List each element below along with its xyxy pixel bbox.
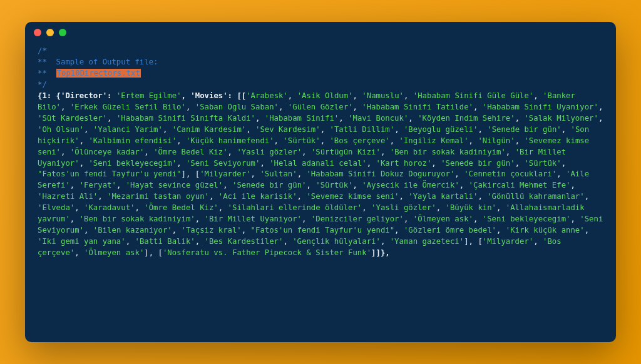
code-output: /* ** Sample of Output file: ** Top10Dir… <box>25 43 616 270</box>
terminal-window: /* ** Sample of Output file: ** Top10Dir… <box>25 22 616 342</box>
close-icon[interactable] <box>34 29 41 36</box>
minimize-icon[interactable] <box>46 29 54 36</box>
maximize-icon[interactable] <box>59 29 66 36</box>
window-titlebar <box>25 22 616 43</box>
